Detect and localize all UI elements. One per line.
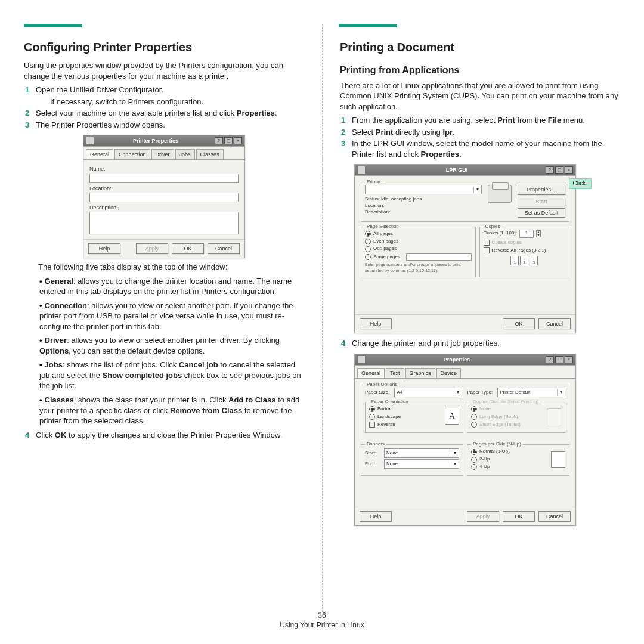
paper-type-select[interactable]: Printer Default▾ xyxy=(497,388,565,397)
ok-button[interactable]: OK xyxy=(503,318,535,329)
window-icon xyxy=(357,355,366,364)
tab-desc-bold: Driver xyxy=(45,336,67,345)
radio-label: Long Edge (Book) xyxy=(479,414,518,420)
group-orientation: Paper Orientation xyxy=(369,399,410,405)
cancel-button[interactable]: Cancel xyxy=(208,243,240,254)
tab-desc-jobs: Jobs: shows the list of print jobs. Clic… xyxy=(39,360,304,391)
radio-nup-2[interactable]: 2-Up xyxy=(471,456,547,463)
radio-label: Some pages: xyxy=(373,254,401,261)
tab-text[interactable]: Text xyxy=(386,368,404,378)
help-button[interactable]: Help xyxy=(88,243,120,254)
ok-button[interactable]: OK xyxy=(172,243,204,254)
tab-desc-general: General: allows you to change the printe… xyxy=(39,276,304,297)
close-icon[interactable]: × xyxy=(565,166,573,174)
description-field[interactable] xyxy=(89,212,239,234)
help-button-icon[interactable]: ? xyxy=(215,137,223,144)
step-num: 2 xyxy=(25,108,36,119)
radio-even-pages[interactable]: Even pages xyxy=(365,239,472,245)
location-field[interactable] xyxy=(89,193,239,202)
tab-general[interactable]: General xyxy=(86,149,113,159)
radio-nup-1[interactable]: Normal (1-Up) xyxy=(471,448,547,455)
help-button-icon[interactable]: ? xyxy=(546,356,554,363)
group-banners: Banners xyxy=(365,441,386,448)
tab-desc-bold: Remove from Class xyxy=(170,406,242,415)
group-duplex: Duplex (Double-Sided Printing) xyxy=(471,399,540,405)
radio-all-pages[interactable]: All pages xyxy=(365,231,472,237)
close-icon[interactable]: × xyxy=(565,356,573,363)
tab-desc-driver: Driver: allows you to view or select ano… xyxy=(39,335,304,356)
cancel-button[interactable]: Cancel xyxy=(538,511,571,522)
chevron-down-icon: ▾ xyxy=(451,461,459,467)
banners-start-select[interactable]: None▾ xyxy=(384,448,459,458)
start-button[interactable]: Start xyxy=(518,197,565,206)
apply-button[interactable]: Apply xyxy=(467,511,499,522)
close-icon[interactable]: × xyxy=(234,137,242,144)
radio-landscape[interactable]: Landscape xyxy=(369,414,441,420)
checkbox-label: Reverse xyxy=(377,422,395,428)
radio-label: 4-Up xyxy=(479,464,490,470)
step-text: . xyxy=(453,128,455,137)
group-printer: Printer xyxy=(365,179,383,185)
page-icon: 2 xyxy=(520,256,528,265)
paper-size-select[interactable]: A4▾ xyxy=(394,388,462,397)
radio-some-pages[interactable]: Some pages: xyxy=(365,253,472,261)
radio-odd-pages[interactable]: Odd pages xyxy=(365,246,472,252)
radio-portrait[interactable]: Portrait xyxy=(369,406,441,413)
properties-button[interactable]: Properties… xyxy=(518,185,565,194)
group-page-selection: Page Selection xyxy=(365,224,401,230)
tab-desc-text: : allows you to change the printer locat… xyxy=(39,277,292,296)
radio-nup-4[interactable]: 4-Up xyxy=(471,464,547,470)
step-bold: Print xyxy=(376,128,394,137)
tab-classes[interactable]: Classes xyxy=(196,149,224,159)
help-button-icon[interactable]: ? xyxy=(546,166,554,174)
copies-field[interactable]: 1 xyxy=(519,230,534,238)
apply-button[interactable]: Apply xyxy=(136,243,168,254)
radio-label: Odd pages xyxy=(373,246,397,252)
step-bold: Print xyxy=(497,116,515,125)
ok-button[interactable]: OK xyxy=(503,511,535,522)
tab-desc-bold: Classes xyxy=(45,395,74,404)
tab-desc-classes: Classes: shows the class that your print… xyxy=(39,395,304,426)
tab-device[interactable]: Device xyxy=(436,368,462,378)
step-text: Select xyxy=(352,128,376,137)
maximize-icon[interactable]: ▢ xyxy=(224,137,233,144)
step-text: directly using xyxy=(393,128,442,137)
page-icon: 3 xyxy=(530,256,538,265)
step-text: Open the Unified Driver Configurator. xyxy=(36,85,163,94)
spin-down-icon[interactable]: ▼ xyxy=(537,234,540,237)
orientation-preview-icon: A xyxy=(445,408,459,425)
reverse-checkbox[interactable]: Reverse All Pages (3,2,1) xyxy=(484,247,565,254)
group-nup: Pages per Side (N-Up) xyxy=(471,441,523,448)
tab-graphics[interactable]: Graphics xyxy=(405,368,435,378)
checkbox-label: Collate copies xyxy=(492,240,522,246)
radio-label: Even pages xyxy=(373,239,398,245)
cancel-button[interactable]: Cancel xyxy=(538,318,571,329)
label-name: Name: xyxy=(89,165,239,172)
help-button[interactable]: Help xyxy=(360,511,392,522)
set-default-button[interactable]: Set as Default xyxy=(518,208,565,218)
name-field[interactable] xyxy=(89,174,239,183)
help-button[interactable]: Help xyxy=(360,318,392,329)
copies-label: Copies [1~100]: xyxy=(484,230,517,237)
maximize-icon[interactable]: ▢ xyxy=(555,166,564,174)
step-bold: Properties xyxy=(237,109,275,117)
tabs-intro: The following five tabs display at the t… xyxy=(38,262,304,273)
printer-select[interactable]: ▾ xyxy=(365,185,482,194)
tab-connection[interactable]: Connection xyxy=(114,149,150,159)
accent-bar-right xyxy=(339,24,397,27)
chevron-down-icon: ▾ xyxy=(454,389,462,396)
banners-start-label: Start: xyxy=(365,450,382,457)
reverse-checkbox-orientation[interactable]: Reverse xyxy=(369,422,441,428)
tab-driver[interactable]: Driver xyxy=(151,149,174,159)
step-text: from the xyxy=(515,116,548,125)
banners-end-select[interactable]: None▾ xyxy=(384,459,459,469)
collate-checkbox[interactable]: Collate copies xyxy=(484,240,565,246)
tab-jobs[interactable]: Jobs xyxy=(175,149,195,159)
subheading-apps: Printing from Applications xyxy=(340,64,620,77)
tab-general-p[interactable]: General xyxy=(357,368,385,378)
printer-icon xyxy=(488,185,512,203)
some-pages-field[interactable] xyxy=(406,253,471,261)
maximize-icon[interactable]: ▢ xyxy=(555,356,564,363)
step-num: 4 xyxy=(25,430,36,441)
intro-right: There are a lot of Linux applications th… xyxy=(340,80,620,112)
